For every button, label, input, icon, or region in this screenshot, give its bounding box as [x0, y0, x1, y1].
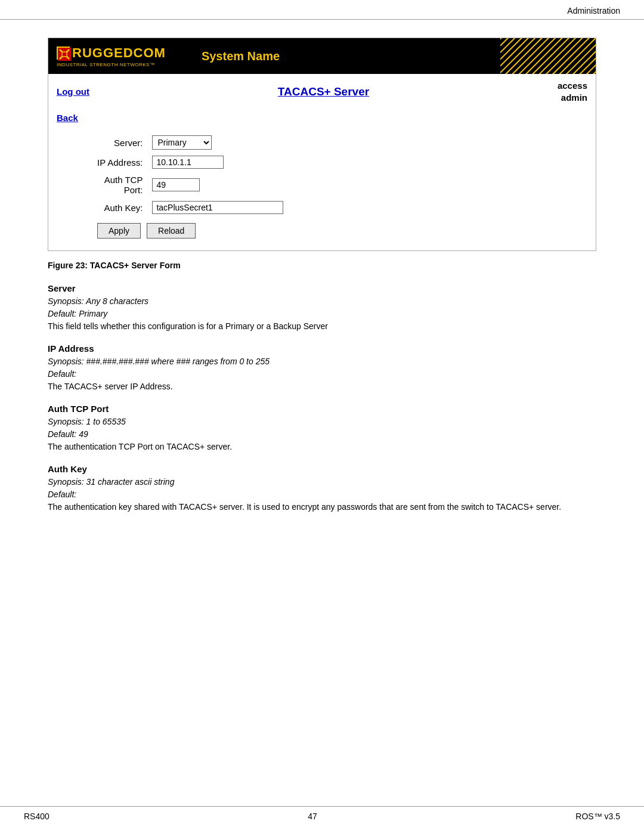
ip-row: IP Address: [92, 153, 288, 172]
svg-rect-5 [500, 38, 596, 74]
ip-input[interactable] [152, 156, 224, 169]
auth-key-label: Auth Key: [92, 198, 147, 217]
server-row: Server: Primary Backup [92, 132, 288, 153]
ip-label: IP Address: [92, 153, 147, 172]
back-link[interactable]: Back [57, 113, 78, 123]
back-row: Back [48, 107, 596, 126]
doc-title-ip: IP Address [48, 343, 596, 354]
page-header: Administration [0, 0, 644, 20]
doc-section-server: Server Synopsis: Any 8 characters Defaul… [48, 283, 596, 333]
doc-default-server: Default: Primary [48, 308, 596, 320]
device-nav: Log out TACACS+ Server access admin [48, 74, 596, 107]
auth-tcp-input[interactable] [152, 178, 200, 191]
figure-caption: Figure 23: TACACS+ Server Form [48, 261, 596, 270]
svg-rect-3 [62, 52, 67, 57]
server-label: Server: [92, 132, 147, 153]
auth-tcp-row: Auth TCP Port: [92, 172, 288, 198]
page-title: TACACS+ Server [89, 85, 558, 98]
doc-desc-auth-tcp: The authentication TCP Port on TACACS+ s… [48, 441, 596, 453]
device-header: RUGGEDCOM INDUSTRIAL STRENGTH NETWORKS™ … [48, 38, 596, 74]
doc-title-server: Server [48, 283, 596, 293]
reload-button[interactable]: Reload [147, 223, 196, 239]
logo-subtitle: INDUSTRIAL STRENGTH NETWORKS™ [57, 62, 154, 67]
footer-center: 47 [308, 812, 317, 821]
auth-key-input[interactable] [152, 201, 283, 214]
doc-title-auth-key: Auth Key [48, 464, 596, 474]
page-footer: RS400 47 ROS™ v3.5 [0, 806, 644, 821]
logo-area: RUGGEDCOM INDUSTRIAL STRENGTH NETWORKS™ [57, 45, 166, 67]
logout-link[interactable]: Log out [57, 86, 89, 97]
main-content: RUGGEDCOM INDUSTRIAL STRENGTH NETWORKS™ … [0, 20, 644, 542]
page-header-title: Administration [567, 6, 620, 16]
apply-button[interactable]: Apply [97, 223, 141, 239]
doc-synopsis-auth-key: Synopsis: 31 character ascii string [48, 476, 596, 488]
doc-section-auth-key: Auth Key Synopsis: 31 character ascii st… [48, 464, 596, 513]
docs-area: Server Synopsis: Any 8 characters Defaul… [48, 283, 596, 513]
ruggedcom-logo-icon [57, 47, 70, 60]
doc-section-ip: IP Address Synopsis: ###.###.###.### whe… [48, 343, 596, 393]
logo-text: RUGGEDCOM [72, 45, 166, 61]
system-name-label: System Name [202, 49, 280, 63]
access-info: access admin [558, 80, 587, 103]
doc-default-ip: Default: [48, 368, 596, 380]
doc-synopsis-auth-tcp: Synopsis: 1 to 65535 [48, 416, 596, 428]
doc-synopsis-server: Synopsis: Any 8 characters [48, 295, 596, 308]
hatch-area [500, 38, 596, 74]
auth-tcp-label: Auth TCP Port: [92, 172, 147, 198]
device-ui-box: RUGGEDCOM INDUSTRIAL STRENGTH NETWORKS™ … [48, 38, 596, 251]
doc-desc-server: This field tells whether this configurat… [48, 320, 596, 333]
doc-default-auth-key: Default: [48, 488, 596, 501]
footer-left: RS400 [24, 812, 49, 821]
footer-right: ROS™ v3.5 [575, 812, 620, 821]
server-select[interactable]: Primary Backup [152, 135, 212, 150]
logo-row: RUGGEDCOM [57, 45, 166, 61]
doc-synopsis-ip: Synopsis: ###.###.###.### where ### rang… [48, 355, 596, 368]
form-table: Server: Primary Backup IP Address: [92, 132, 288, 217]
doc-desc-ip: The TACACS+ server IP Address. [48, 380, 596, 393]
doc-default-auth-tcp: Default: 49 [48, 428, 596, 441]
doc-title-auth-tcp: Auth TCP Port [48, 404, 596, 414]
form-area: Server: Primary Backup IP Address: [48, 126, 596, 250]
doc-section-auth-tcp: Auth TCP Port Synopsis: 1 to 65535 Defau… [48, 404, 596, 453]
doc-desc-auth-key: The authentication key shared with TACAC… [48, 501, 596, 513]
auth-key-row: Auth Key: [92, 198, 288, 217]
btn-row: Apply Reload [92, 223, 587, 239]
